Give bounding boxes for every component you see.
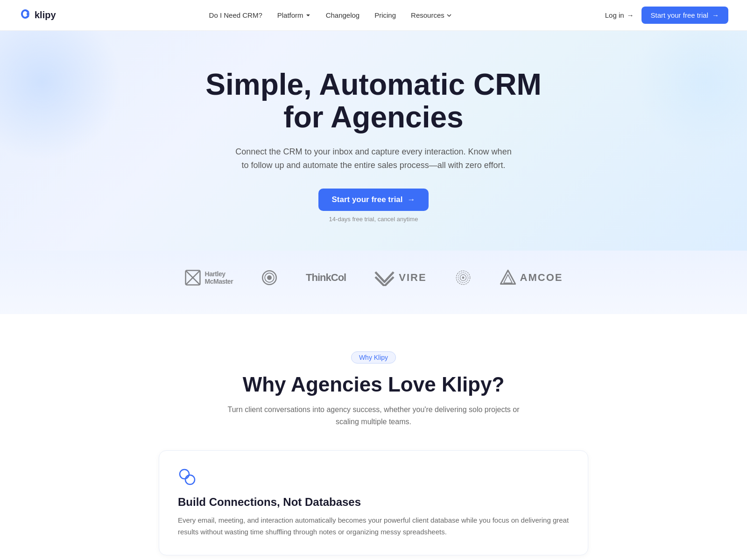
nav-item-do-i-need-crm[interactable]: Do I Need CRM? bbox=[209, 11, 262, 19]
feature-card-title: Build Connections, Not Databases bbox=[178, 496, 569, 509]
logo-text: klipy bbox=[35, 10, 56, 21]
hero-section: Simple, Automatic CRM for Agencies Conne… bbox=[0, 31, 747, 251]
connection-icon bbox=[178, 468, 197, 486]
nav-trial-button[interactable]: Start your free trial → bbox=[641, 7, 728, 24]
chevron-down-icon-2 bbox=[446, 13, 452, 18]
logos-section: HartleyMcMaster ThinkCol VIRE bbox=[0, 251, 747, 314]
feature-card-connections: Build Connections, Not Databases Every e… bbox=[159, 450, 588, 555]
logo-vire: VIRE bbox=[374, 269, 426, 286]
logo-thinkcol: ThinkCol bbox=[306, 272, 346, 284]
nav-item-pricing[interactable]: Pricing bbox=[374, 11, 396, 19]
amcoe-icon bbox=[500, 269, 516, 286]
feature-card-text: Every email, meeting, and interaction au… bbox=[178, 514, 569, 538]
nav-links: Do I Need CRM? Platform Changelog Pricin… bbox=[209, 11, 452, 19]
why-subtitle: Turn client conversations into agency su… bbox=[224, 404, 523, 427]
hartley-text: HartleyMcMaster bbox=[205, 270, 233, 286]
svg-point-14 bbox=[185, 475, 195, 484]
logo-welldrp bbox=[455, 269, 472, 286]
navbar: klipy Do I Need CRM? Platform Changelog … bbox=[0, 0, 747, 31]
svg-point-10 bbox=[462, 277, 464, 279]
circle-icon bbox=[261, 269, 278, 286]
amcoe-text: AMCOE bbox=[520, 272, 563, 284]
logo[interactable]: klipy bbox=[19, 7, 56, 23]
nav-item-changelog[interactable]: Changelog bbox=[326, 11, 360, 19]
logo-icon bbox=[19, 7, 32, 23]
svg-point-0 bbox=[27, 13, 29, 15]
hero-trial-subtext: 14-days free trial, cancel anytime bbox=[196, 216, 551, 223]
why-section: Why Klipy Why Agencies Love Klipy? Turn … bbox=[0, 314, 747, 560]
svg-marker-11 bbox=[500, 271, 515, 284]
logo-circle bbox=[261, 269, 278, 286]
nav-item-platform[interactable]: Platform bbox=[277, 11, 311, 19]
svg-point-6 bbox=[267, 275, 272, 280]
hero-title: Simple, Automatic CRM for Agencies bbox=[196, 68, 551, 134]
hartley-icon bbox=[184, 269, 201, 286]
logo-hartley: HartleyMcMaster bbox=[184, 269, 233, 286]
logos-row: HartleyMcMaster ThinkCol VIRE bbox=[19, 269, 728, 286]
chevron-down-icon bbox=[305, 13, 311, 18]
login-button[interactable]: Log in → bbox=[605, 11, 634, 19]
nav-item-resources[interactable]: Resources bbox=[411, 11, 452, 19]
logo-amcoe: AMCOE bbox=[500, 269, 563, 286]
arrow-right-icon: → bbox=[627, 11, 634, 19]
arrow-icon-hero: → bbox=[408, 195, 416, 204]
vire-icon bbox=[374, 269, 395, 286]
arrow-icon: → bbox=[712, 11, 719, 19]
feature-card-icon bbox=[178, 468, 569, 488]
nav-actions: Log in → Start your free trial → bbox=[605, 7, 728, 24]
hero-content: Simple, Automatic CRM for Agencies Conne… bbox=[196, 68, 551, 223]
svg-point-13 bbox=[180, 469, 189, 479]
hero-subtitle: Connect the CRM to your inbox and captur… bbox=[233, 145, 514, 172]
why-title: Why Agencies Love Klipy? bbox=[19, 373, 728, 396]
thinkcol-text: ThinkCol bbox=[306, 272, 346, 284]
vire-text: VIRE bbox=[399, 272, 426, 284]
hero-trial-button[interactable]: Start your free trial → bbox=[318, 189, 428, 211]
welldrp-icon bbox=[455, 269, 472, 286]
why-badge: Why Klipy bbox=[351, 351, 396, 364]
